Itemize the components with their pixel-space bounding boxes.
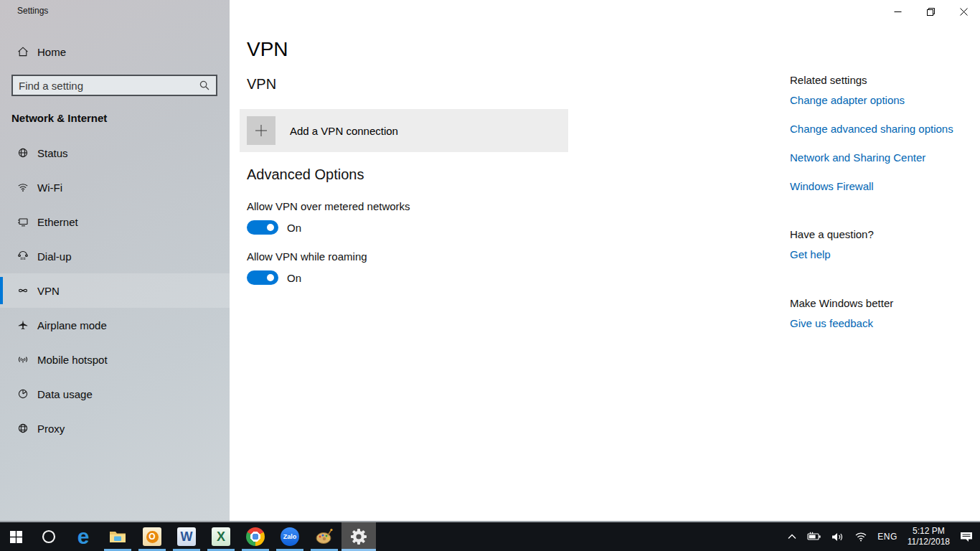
gear-icon <box>350 528 367 545</box>
sidebar-item-label: VPN <box>37 285 60 297</box>
ethernet-icon <box>17 216 29 227</box>
excel-icon: X <box>212 527 230 546</box>
sidebar-item-dialup[interactable]: Dial-up <box>0 239 230 273</box>
minimize-button[interactable] <box>881 0 914 23</box>
taskbar: e O W X Zalo <box>0 521 980 551</box>
sidebar-section-title: Network & Internet <box>11 112 107 124</box>
toggle-knob <box>267 224 274 231</box>
pie-chart-icon <box>17 388 29 400</box>
plus-icon <box>247 116 275 145</box>
chrome-icon <box>246 527 265 546</box>
toggle-knob <box>267 274 274 281</box>
sidebar-item-mobile-hotspot[interactable]: Mobile hotspot <box>0 342 230 377</box>
sidebar-item-status[interactable]: Status <box>0 136 230 170</box>
start-button[interactable] <box>0 522 32 551</box>
globe-icon <box>17 147 29 159</box>
tray-wifi-icon[interactable] <box>854 532 867 542</box>
advanced-options-header: Advanced Options <box>247 166 364 183</box>
zalo-icon: Zalo <box>281 527 299 546</box>
toggle-state-roaming: On <box>287 272 301 284</box>
add-vpn-connection-button[interactable]: Add a VPN connection <box>240 109 568 152</box>
sidebar-item-label: Mobile hotspot <box>37 354 108 366</box>
vpn-icon <box>17 285 29 296</box>
sidebar-item-data-usage[interactable]: Data usage <box>0 377 230 411</box>
link-change-advanced-sharing-options[interactable]: Change advanced sharing options <box>790 123 953 135</box>
tray-chevron-up-icon[interactable] <box>787 532 797 541</box>
sidebar-nav: Status Wi-Fi Ethernet <box>0 136 230 446</box>
volume-icon[interactable] <box>831 532 844 542</box>
hotspot-icon <box>17 354 29 365</box>
toggle-vpn-metered[interactable] <box>247 220 278 235</box>
link-change-adapter-options[interactable]: Change adapter options <box>790 94 905 106</box>
sidebar-item-label: Wi-Fi <box>37 182 62 194</box>
toggle-label-roaming: Allow VPN while roaming <box>247 250 367 263</box>
taskbar-clock[interactable]: 5:12 PM 11/12/2018 <box>908 526 950 547</box>
sidebar-item-label: Dial-up <box>37 250 72 263</box>
sidebar-item-proxy[interactable]: Proxy <box>0 411 230 446</box>
sidebar-item-wifi[interactable]: Wi-Fi <box>0 170 230 204</box>
link-give-us-feedback[interactable]: Give us feedback <box>790 317 873 329</box>
language-indicator[interactable]: ENG <box>877 532 897 542</box>
link-network-and-sharing-center[interactable]: Network and Sharing Center <box>790 151 925 164</box>
toggle-state-metered: On <box>287 222 301 234</box>
taskbar-word-button[interactable]: W <box>169 522 204 551</box>
taskbar-paint-button[interactable] <box>307 522 341 551</box>
toggle-vpn-roaming[interactable] <box>247 270 278 285</box>
toggle-label-metered: Allow VPN over metered networks <box>247 200 410 212</box>
taskbar-settings-button[interactable] <box>341 522 376 551</box>
taskbar-excel-button[interactable]: X <box>204 522 238 551</box>
cortana-button[interactable] <box>32 522 66 551</box>
taskbar-chrome-button[interactable] <box>238 522 273 551</box>
taskbar-file-explorer-button[interactable] <box>100 522 135 551</box>
edge-icon: e <box>77 527 90 546</box>
sidebar-item-vpn[interactable]: VPN <box>0 273 230 308</box>
restore-button[interactable] <box>914 0 947 23</box>
taskbar-outlook-button[interactable]: O <box>135 522 169 551</box>
related-settings-header: Related settings <box>790 74 867 86</box>
home-icon <box>17 46 29 57</box>
make-windows-better-header: Make Windows better <box>790 297 893 309</box>
word-icon: W <box>177 527 196 546</box>
have-a-question-header: Have a question? <box>790 228 874 240</box>
tray-date: 11/12/2018 <box>908 537 950 547</box>
search-input[interactable] <box>13 80 199 92</box>
search-box <box>11 75 217 96</box>
battery-charging-icon[interactable] <box>807 532 821 542</box>
file-explorer-icon <box>108 527 127 546</box>
close-button[interactable] <box>947 0 980 23</box>
search-icon[interactable] <box>199 80 210 91</box>
sidebar-item-label: Status <box>37 147 68 159</box>
vpn-section-header: VPN <box>247 76 276 93</box>
add-vpn-connection-label: Add a VPN connection <box>290 125 398 137</box>
taskbar-zalo-button[interactable]: Zalo <box>273 522 307 551</box>
windows-logo-icon <box>10 531 22 543</box>
taskbar-apps: e O W X Zalo <box>0 522 376 551</box>
link-get-help[interactable]: Get help <box>790 248 831 260</box>
sidebar-item-label: Ethernet <box>37 216 78 228</box>
cortana-icon <box>41 529 57 545</box>
app-title: Settings <box>17 6 48 16</box>
link-windows-firewall[interactable]: Windows Firewall <box>790 180 874 192</box>
system-tray: ENG 5:12 PM 11/12/2018 <box>787 522 980 551</box>
wifi-icon <box>17 182 29 193</box>
settings-window: Settings Home Network & Internet <box>0 0 980 521</box>
outlook-icon: O <box>143 527 161 546</box>
sidebar-item-ethernet[interactable]: Ethernet <box>0 204 230 239</box>
dialup-phone-icon <box>17 250 29 262</box>
window-controls <box>881 0 980 23</box>
sidebar-item-airplane-mode[interactable]: Airplane mode <box>0 308 230 342</box>
paint-palette-icon <box>315 527 334 546</box>
page-title: VPN <box>247 38 288 61</box>
globe-grid-icon <box>17 423 29 434</box>
sidebar-item-label: Airplane mode <box>37 319 107 331</box>
airplane-icon <box>17 319 29 331</box>
sidebar: Settings Home Network & Internet <box>0 0 230 521</box>
sidebar-item-label: Home <box>37 46 66 58</box>
sidebar-item-label: Data usage <box>37 388 93 400</box>
action-center-icon[interactable] <box>960 531 973 542</box>
sidebar-item-label: Proxy <box>37 423 65 435</box>
tray-time: 5:12 PM <box>908 526 950 537</box>
taskbar-edge-button[interactable]: e <box>66 522 100 551</box>
sidebar-item-home[interactable]: Home <box>0 36 230 67</box>
